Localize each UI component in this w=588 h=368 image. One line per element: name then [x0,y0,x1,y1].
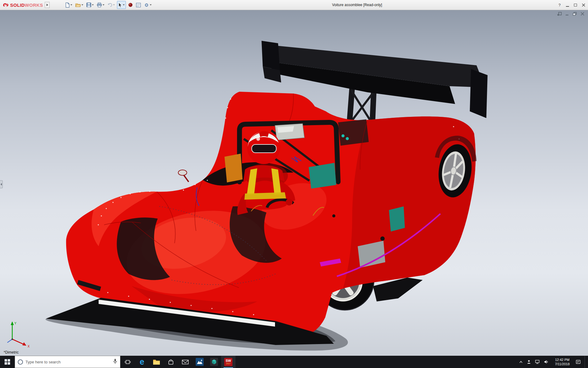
titlebar: SOLIDWORKS [0,0,588,10]
ds-swirl-icon [2,2,9,8]
undo-button[interactable] [107,1,116,9]
mail-envelope-icon [182,359,189,365]
document-window-controls [557,12,585,16]
chevron-down-icon [103,4,104,6]
gear-icon [144,2,149,8]
chevron-left-icon [1,183,2,186]
solidworks-app-icon: SW 2017 [224,358,232,366]
task-view-icon [125,359,131,365]
edge-icon: e [140,358,144,366]
print-button[interactable] [96,1,105,9]
store-button[interactable] [164,356,178,368]
solidworks-logo: SOLIDWORKS [2,2,43,8]
edge-button[interactable]: e [135,356,149,368]
new-document-icon [65,2,70,8]
action-center-icon[interactable] [576,360,581,364]
mail-button[interactable] [178,356,192,368]
solidworks-taskbar-button[interactable]: SW 2017 [221,356,236,368]
close-window-icon[interactable] [580,12,585,16]
system-tray: 12:42 PM 7/11/2018 [519,356,588,368]
car-body [46,92,476,345]
minimize-window-icon[interactable] [565,12,570,16]
volume-icon[interactable] [544,360,549,364]
logo-text-solid: SOLID [10,2,25,8]
screen: SOLIDWORKS [0,0,588,368]
panel-collapse-tab[interactable] [0,180,3,188]
select-cursor-icon [118,2,122,7]
undo-arrow-icon [107,3,112,7]
toolbar-flyout-button[interactable] [45,2,50,8]
flyout-arrow-icon [47,4,48,6]
3d-model-race-car[interactable] [0,10,588,356]
search-input[interactable] [25,360,102,364]
triad-y-label: Y [14,322,17,325]
close-button[interactable] [579,1,587,9]
minimize-icon [566,6,569,7]
file-explorer-icon [153,359,160,365]
chevron-down-icon [70,4,72,6]
photos-button[interactable] [192,356,207,368]
viewport-canvas[interactable]: Y X *Dimetric [0,10,588,356]
start-button[interactable] [0,356,15,368]
orientation-triad[interactable]: Y X [4,319,32,348]
open-folder-icon [75,3,81,7]
save-button[interactable] [85,1,95,9]
maximize-icon [574,4,577,6]
cortana-icon [18,359,23,365]
options-button[interactable] [143,1,153,9]
help-button[interactable]: ? [556,1,564,9]
appearance-sphere-icon [128,2,133,7]
helmet-visor [252,144,276,153]
microphone-icon[interactable] [113,358,117,366]
network-icon[interactable] [535,360,540,364]
save-floppy-icon [86,2,91,7]
triad-x-label: X [28,345,30,348]
chevron-down-icon [92,4,94,6]
appearance-button[interactable] [127,1,134,9]
clock-date: 7/11/2018 [553,362,572,366]
drawing-sheet-button[interactable] [135,1,142,9]
chevron-down-icon [81,4,83,6]
close-icon [582,3,585,7]
clock-time: 12:42 PM [553,358,572,362]
window-title: Voiture assomblee [Read-only] [332,3,382,7]
open-document-button[interactable] [74,1,84,9]
viewer-app-button[interactable] [207,356,221,368]
restore-window-icon[interactable] [572,12,577,16]
window-controls: ? [556,0,587,10]
minimize-button[interactable] [564,1,571,9]
photos-icon [196,358,204,366]
new-document-button[interactable] [64,1,73,9]
taskbar-search[interactable] [15,356,120,368]
logo-text-works: WORKS [25,2,43,8]
tray-expand-icon[interactable] [519,360,523,363]
show-desktop-button[interactable] [585,356,586,368]
people-icon[interactable] [527,360,531,364]
taskbar-clock[interactable]: 12:42 PM 7/11/2018 [553,358,572,366]
dock-window-icon[interactable] [557,12,562,16]
file-explorer-button[interactable] [149,356,164,368]
quick-access-toolbar [64,1,153,9]
maximize-button[interactable] [571,1,579,9]
view-orientation-label: *Dimetric [4,350,19,355]
windows-logo-icon [5,359,10,365]
printer-icon [97,2,102,7]
cube-app-icon [210,358,218,366]
chevron-down-icon [150,4,152,6]
store-bag-icon [168,359,174,365]
taskbar: e SW 2017 [0,356,588,368]
chevron-down-icon [113,4,115,6]
drawing-sheet-icon [136,3,141,7]
chevron-down-icon [123,4,125,6]
task-view-button[interactable] [120,356,135,368]
select-tool-button[interactable] [117,1,126,9]
side-mirror [178,170,187,175]
